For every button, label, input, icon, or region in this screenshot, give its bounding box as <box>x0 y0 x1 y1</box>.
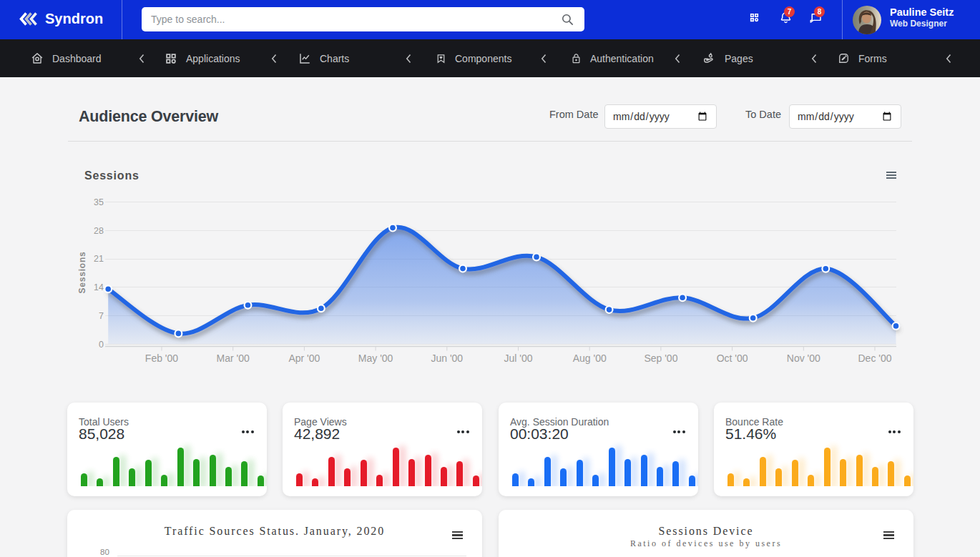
svg-text:Aug '00: Aug '00 <box>573 353 607 364</box>
svg-text:35: 35 <box>94 197 104 207</box>
svg-text:Mar '00: Mar '00 <box>217 353 250 364</box>
svg-text:Sessions: Sessions <box>77 251 87 293</box>
svg-text:Jun '00: Jun '00 <box>431 353 463 364</box>
svg-text:May '00: May '00 <box>358 353 393 364</box>
svg-text:Sep '00: Sep '00 <box>644 353 677 364</box>
svg-text:28: 28 <box>94 226 104 236</box>
svg-text:7: 7 <box>99 311 104 321</box>
svg-text:Dec '00: Dec '00 <box>858 353 891 364</box>
svg-text:Jul '00: Jul '00 <box>504 353 532 364</box>
svg-text:Oct '00: Oct '00 <box>717 353 748 364</box>
svg-text:Feb '00: Feb '00 <box>145 353 178 364</box>
svg-text:Apr '00: Apr '00 <box>288 353 320 364</box>
svg-text:21: 21 <box>94 254 104 264</box>
svg-text:14: 14 <box>94 282 104 292</box>
svg-text:Nov '00: Nov '00 <box>787 353 820 364</box>
svg-text:0: 0 <box>99 340 104 350</box>
